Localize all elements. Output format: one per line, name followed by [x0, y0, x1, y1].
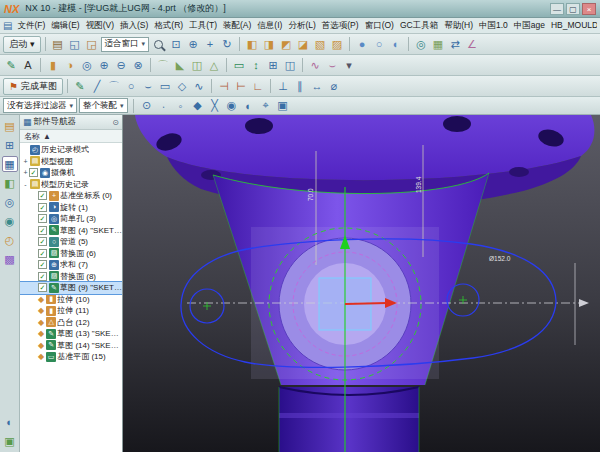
tree-item[interactable]: ◆✎草图 (14) "SKETCH..." — [20, 340, 122, 352]
tree-item[interactable]: ◆▭基准平面 (15) — [20, 351, 122, 363]
menu-item[interactable]: HB_MOULD6.3 — [548, 20, 597, 32]
menu-item[interactable]: 视图(V) — [83, 20, 117, 32]
history-palette-icon[interactable]: ◴ — [2, 232, 18, 248]
tree-item[interactable]: ◆△凸台 (12) — [20, 317, 122, 329]
part-navigator-icon[interactable]: ▦ — [2, 156, 18, 172]
extrude-icon[interactable]: ▮ — [45, 57, 61, 73]
scope-filter-combo[interactable]: 整个装配 ▾ — [79, 98, 128, 113]
top-view-icon[interactable]: ◩ — [278, 36, 294, 52]
fillet-icon[interactable]: ⌣ — [140, 78, 156, 94]
finish-sketch-button[interactable]: ⚑ 完成草图 — [3, 78, 63, 95]
pan-icon[interactable]: + — [202, 36, 218, 52]
edge-blend-icon[interactable]: ⌒ — [155, 57, 171, 73]
menu-item[interactable]: GC工具箱 — [397, 20, 441, 32]
snap-point-icon[interactable]: ⊙ — [139, 98, 155, 114]
visibility-checkbox-icon[interactable]: ✓ — [38, 249, 47, 258]
diameter-dimension-icon[interactable]: ⌀ — [326, 78, 342, 94]
hd3d-tools-icon[interactable]: ◎ — [2, 194, 18, 210]
zoom-in-icon[interactable]: ⊕ — [185, 36, 201, 52]
more-commands-icon[interactable]: ▾ — [341, 57, 357, 73]
datum-plane-icon[interactable]: ▭ — [231, 57, 247, 73]
profile-icon[interactable]: ✎ — [72, 78, 88, 94]
studio-spline-icon[interactable]: ∿ — [191, 78, 207, 94]
rotate-view-icon[interactable]: ↻ — [219, 36, 235, 52]
menu-item[interactable]: 插入(S) — [117, 20, 151, 32]
make-corner-icon[interactable]: ∟ — [250, 78, 266, 94]
mid-point-icon[interactable]: ◦ — [173, 98, 189, 114]
menu-item[interactable]: 文件(F) — [14, 20, 48, 32]
window-layout-icon[interactable]: ◱ — [67, 36, 83, 52]
tree-item[interactable]: ✓✎草图 (9) "SKETCH..." — [20, 282, 122, 294]
visibility-checkbox-icon[interactable]: ✓ — [38, 214, 47, 223]
tree-item[interactable]: +▤模型视图 — [20, 156, 122, 168]
auto-constrain-icon[interactable]: ∥ — [292, 78, 308, 94]
unite-icon[interactable]: ⊕ — [96, 57, 112, 73]
visibility-checkbox-icon[interactable]: ✓ — [38, 272, 47, 281]
constraint-navigator-icon[interactable]: ⊞ — [2, 137, 18, 153]
point-on-face-icon[interactable]: ▣ — [275, 98, 291, 114]
hole-icon[interactable]: ◎ — [79, 57, 95, 73]
front-view-icon[interactable]: ◪ — [295, 36, 311, 52]
tree-item[interactable]: ✓▨替换面 (8) — [20, 271, 122, 283]
isometric-view-icon[interactable]: ◨ — [261, 36, 277, 52]
show-hide-icon[interactable]: ◎ — [413, 36, 429, 52]
dimension-text[interactable]: Ø152.0 — [489, 255, 511, 262]
sketch-icon[interactable]: ✎ — [3, 57, 19, 73]
quick-trim-icon[interactable]: ⊣ — [216, 78, 232, 94]
through-curves-icon[interactable]: ∿ — [307, 57, 323, 73]
close-button[interactable]: × — [582, 3, 596, 15]
menu-item[interactable]: 首选项(P) — [319, 20, 362, 32]
pattern-feature-icon[interactable]: ⊞ — [265, 57, 281, 73]
menu-item[interactable]: 装配(A) — [220, 20, 254, 32]
menu-item[interactable]: 帮助(H) — [441, 20, 476, 32]
search-icon[interactable] — [154, 40, 163, 49]
menu-item[interactable]: 工具(T) — [186, 20, 220, 32]
touch-panel-icon[interactable]: ▣ — [2, 433, 18, 449]
layer-settings-icon[interactable]: ▦ — [430, 36, 446, 52]
intersect-icon[interactable]: ⊗ — [130, 57, 146, 73]
assembly-navigator-icon[interactable]: ▤ — [2, 118, 18, 134]
tree-item[interactable]: ◆▮拉伸 (11) — [20, 305, 122, 317]
quadrant-point-icon[interactable]: ◐ — [241, 98, 257, 114]
tree-item[interactable]: ✓⊕求和 (7) — [20, 259, 122, 271]
visibility-checkbox-icon[interactable]: ✓ — [38, 260, 47, 269]
bolt-hole[interactable] — [443, 116, 471, 132]
datum-axis-icon[interactable]: ↕ — [248, 57, 264, 73]
trimetric-view-icon[interactable]: ◧ — [244, 36, 260, 52]
dimension-text[interactable]: 70.0 — [307, 188, 314, 201]
menu-item[interactable]: 分析(L) — [285, 20, 318, 32]
visibility-checkbox-icon[interactable]: ✓ — [38, 226, 47, 235]
system-materials-icon[interactable]: ▩ — [2, 251, 18, 267]
bolt-hole[interactable] — [245, 118, 273, 134]
tree-item[interactable]: ✓◎简单孔 (3) — [20, 213, 122, 225]
tree-item[interactable]: ✓✎草图 (4) "SKETCH..." — [20, 225, 122, 237]
back-view-icon[interactable]: ▨ — [329, 36, 345, 52]
line-icon[interactable]: ╱ — [89, 78, 105, 94]
tree-item[interactable]: ✓+基准坐标系 (0) — [20, 190, 122, 202]
tree-item[interactable]: ✓▨替换面 (6) — [20, 248, 122, 260]
tree-item[interactable]: ✓◑旋转 (1) — [20, 202, 122, 214]
arc-center-icon[interactable]: ◉ — [224, 98, 240, 114]
visibility-checkbox-icon[interactable]: ✓ — [38, 237, 47, 246]
studio-render-icon[interactable]: ◐ — [388, 36, 404, 52]
mirror-feature-icon[interactable]: ◫ — [282, 57, 298, 73]
polygon-icon[interactable]: ◇ — [174, 78, 190, 94]
tree-item[interactable]: ◆▮拉伸 (10) — [20, 294, 122, 306]
fit-window-icon[interactable]: ⊡ — [168, 36, 184, 52]
menu-item[interactable]: 信息(I) — [254, 20, 285, 32]
circle-icon[interactable]: ○ — [123, 78, 139, 94]
tree-expander-icon[interactable]: + — [22, 158, 29, 165]
menu-item[interactable]: 窗口(O) — [362, 20, 397, 32]
reuse-library-icon[interactable]: ◧ — [2, 175, 18, 191]
end-point-icon[interactable]: ∙ — [156, 98, 172, 114]
wireframe-view-icon[interactable]: ○ — [371, 36, 387, 52]
shaded-view-icon[interactable]: ● — [354, 36, 370, 52]
measure-icon[interactable]: ∠ — [464, 36, 480, 52]
revolve-icon[interactable]: ◑ — [62, 57, 78, 73]
menu-item[interactable]: 中国age — [511, 20, 548, 32]
move-object-icon[interactable]: ⇄ — [447, 36, 463, 52]
web-browser-icon[interactable]: ◉ — [2, 213, 18, 229]
point-on-curve-icon[interactable]: ⌖ — [258, 98, 274, 114]
rectangle-icon[interactable]: ▭ — [157, 78, 173, 94]
tree-item[interactable]: +✓◉摄像机 — [20, 167, 122, 179]
